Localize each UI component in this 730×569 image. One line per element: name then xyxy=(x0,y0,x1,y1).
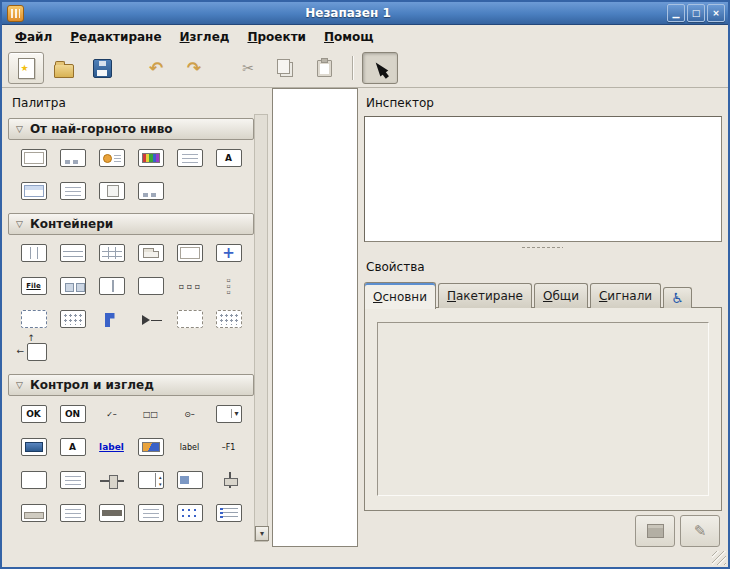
radio-group-icon[interactable]: □□ xyxy=(138,405,164,423)
handle-box-icon[interactable] xyxy=(99,310,125,328)
tab-packing[interactable]: Пакетиране xyxy=(438,283,532,308)
file-selection-dialog-icon[interactable] xyxy=(99,182,125,200)
combo-box-icon[interactable] xyxy=(216,405,242,423)
window-icon[interactable] xyxy=(21,149,47,167)
window-with-view-icon[interactable] xyxy=(21,182,47,200)
tab-common[interactable]: Общи xyxy=(534,283,588,308)
spin-button-icon[interactable] xyxy=(138,471,164,489)
scroll-down-button[interactable]: ▾ xyxy=(255,526,269,541)
accel-label-icon[interactable]: –F1 xyxy=(216,438,242,456)
toolbar-icon[interactable] xyxy=(60,277,86,295)
notebook-icon[interactable] xyxy=(138,277,164,295)
copy-button[interactable] xyxy=(268,52,304,84)
edit-widget-button[interactable] xyxy=(635,515,675,547)
menu-item-edit[interactable]: Редактиране xyxy=(61,25,170,49)
message-dialog-icon[interactable] xyxy=(99,149,125,167)
font-button-icon[interactable]: A xyxy=(60,438,86,456)
scrolled-window-icon[interactable] xyxy=(60,310,86,328)
maximize-button[interactable]: □ xyxy=(687,4,705,22)
palette-section-controls[interactable]: ▽Контрол и изглед xyxy=(8,374,254,396)
menu-bar-icon[interactable]: File xyxy=(21,277,47,295)
edit-custom-button[interactable]: ✎ xyxy=(680,515,720,547)
dialog-icon[interactable] xyxy=(60,149,86,167)
table-icon[interactable] xyxy=(99,244,125,262)
redo-button[interactable]: ↷ xyxy=(176,52,212,84)
hbutton-box-icon[interactable]: ▫ ▫ ▫ xyxy=(177,277,203,295)
entry-icon[interactable] xyxy=(21,471,47,489)
statusbar-icon[interactable] xyxy=(21,504,47,522)
font-selection-dialog-icon[interactable]: A xyxy=(216,149,242,167)
pencil-icon: ✎ xyxy=(694,524,707,539)
radio-button-icon[interactable]: ⊙– xyxy=(177,405,203,423)
main-content: Палитра ▽От най-горното нивоA▽Контейнери… xyxy=(2,88,728,568)
toggle-button-icon[interactable]: ON xyxy=(60,405,86,423)
palette-body: ▽От най-горното нивоA▽КонтейнериFile▫ ▫ … xyxy=(8,118,254,532)
plug-window-icon[interactable] xyxy=(138,182,164,200)
link-label-icon[interactable]: label xyxy=(99,438,125,456)
toolbar: ↶↷✂ xyxy=(2,49,728,88)
label-icon[interactable]: label xyxy=(177,438,203,456)
image-icon[interactable] xyxy=(138,438,164,456)
pane-handle[interactable] xyxy=(362,242,722,252)
vbutton-box-icon[interactable] xyxy=(216,277,242,295)
workspace-canvas[interactable] xyxy=(272,88,358,547)
open-folder-icon xyxy=(54,64,74,78)
image-button-icon[interactable] xyxy=(21,438,47,456)
menu-item-file[interactable]: Файл xyxy=(6,25,61,49)
menu-item-view[interactable]: Изглед xyxy=(171,25,239,49)
ruler-icon[interactable] xyxy=(60,504,86,522)
paste-button[interactable] xyxy=(306,52,342,84)
viewport-icon[interactable] xyxy=(21,310,47,328)
inspector-tree[interactable] xyxy=(364,116,722,242)
vscale-icon[interactable] xyxy=(223,471,235,489)
color-selection-dialog-icon[interactable] xyxy=(138,149,164,167)
tab-accessibility[interactable]: ♿ xyxy=(663,287,692,308)
palette-section-label: От най-горното ниво xyxy=(30,122,173,136)
hbox-icon[interactable] xyxy=(21,244,47,262)
hscrollbar-icon[interactable] xyxy=(99,504,125,522)
paned-icon[interactable] xyxy=(99,277,125,295)
accessibility-icon: ♿ xyxy=(671,290,684,306)
aspect-frame-icon[interactable] xyxy=(27,343,47,361)
list-icon[interactable] xyxy=(138,504,164,522)
progress-bar-icon[interactable] xyxy=(177,471,203,489)
button-icon[interactable]: OK xyxy=(21,405,47,423)
cut-button[interactable]: ✂ xyxy=(230,52,266,84)
alignment-icon[interactable] xyxy=(177,244,203,262)
list-dialog-icon[interactable] xyxy=(60,182,86,200)
save-floppy-icon xyxy=(93,59,112,78)
palette-scrollbar[interactable]: ▾ xyxy=(254,114,268,542)
undo-button[interactable]: ↶ xyxy=(138,52,174,84)
palette-section-toplevel[interactable]: ▽От най-горното ниво xyxy=(8,118,254,140)
fixed-icon[interactable] xyxy=(216,244,242,262)
text-view-icon[interactable] xyxy=(60,471,86,489)
icon-view-icon[interactable] xyxy=(177,504,203,522)
check-button-icon[interactable]: ✓– xyxy=(99,405,125,423)
input-dialog-icon[interactable] xyxy=(177,149,203,167)
layout-icon[interactable] xyxy=(177,310,203,328)
window-title: Незапазен 1 xyxy=(29,6,667,20)
tab-general[interactable]: Основни xyxy=(364,282,436,309)
selector-button[interactable] xyxy=(362,52,398,84)
minimize-button[interactable]: ▁ xyxy=(667,4,685,22)
app-window: Незапазен 1 ▁□× ФайлРедактиранеИзгледПро… xyxy=(0,0,730,569)
close-button[interactable]: × xyxy=(707,4,725,22)
tree-view-icon[interactable] xyxy=(216,504,242,522)
frame-icon[interactable] xyxy=(138,244,164,262)
tab-signals[interactable]: Сигнали xyxy=(590,283,661,308)
menu-item-help[interactable]: Помощ xyxy=(315,25,383,49)
vbox-icon[interactable] xyxy=(60,244,86,262)
menu-item-projects[interactable]: Проекти xyxy=(238,25,315,49)
save-button[interactable] xyxy=(84,52,120,84)
expander-icon[interactable] xyxy=(138,310,164,328)
titlebar[interactable]: Незапазен 1 ▁□× xyxy=(2,2,728,25)
custom-widget-icon[interactable] xyxy=(216,310,242,328)
new-file-icon xyxy=(18,58,35,79)
maximize-icon: □ xyxy=(692,9,701,18)
menubar: ФайлРедактиранеИзгледПроектиПомощ xyxy=(2,25,728,49)
hscale-icon[interactable] xyxy=(99,471,125,489)
new-button[interactable] xyxy=(8,52,44,84)
open-button[interactable] xyxy=(46,52,82,84)
palette-section-containers[interactable]: ▽Контейнери xyxy=(8,213,254,235)
resize-grip[interactable] xyxy=(712,551,726,565)
